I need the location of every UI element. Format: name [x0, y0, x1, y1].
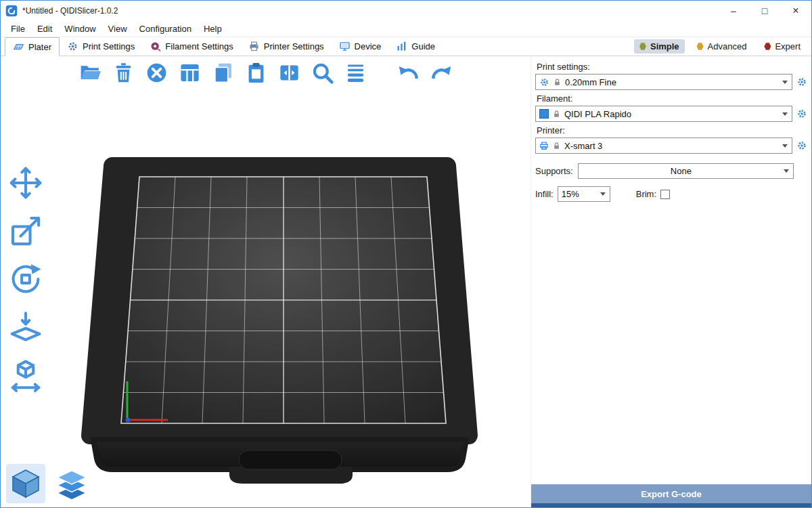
chevron-down-icon — [782, 112, 788, 116]
tab-label: Filament Settings — [165, 41, 233, 51]
printer-icon — [539, 141, 549, 150]
printer-combo[interactable]: X-smart 3 — [535, 137, 792, 154]
search-button[interactable] — [309, 59, 336, 86]
split-objects-icon — [277, 61, 301, 85]
filament-combo[interactable]: QIDI PLA Rapido — [535, 106, 792, 122]
tab-plater[interactable]: Plater — [5, 37, 60, 56]
lock-icon — [553, 78, 562, 87]
undo-button[interactable] — [394, 59, 422, 86]
redo-button[interactable] — [428, 59, 455, 86]
rotate-tool-button[interactable] — [5, 259, 47, 299]
trash-icon — [112, 61, 135, 85]
maximize-button[interactable]: □ — [749, 1, 780, 21]
mode-label: Simple — [650, 41, 679, 51]
export-strip — [531, 503, 811, 507]
printer-value: X-smart 3 — [564, 141, 779, 151]
place-on-face-tool-button[interactable] — [5, 308, 47, 347]
filament-spool-icon — [150, 41, 161, 52]
menu-view[interactable]: View — [102, 22, 133, 35]
arrange-grid-icon — [178, 61, 202, 85]
filament-value: QIDI PLA Rapido — [564, 109, 779, 119]
print-bed-3d-view[interactable] — [1, 56, 531, 507]
tab-label: Device — [355, 41, 382, 51]
tab-filament-settings[interactable]: Filament Settings — [142, 37, 240, 56]
filament-color-swatch — [539, 109, 549, 119]
paste-icon — [244, 61, 268, 85]
viewport-top-toolbar — [76, 59, 455, 86]
viewport-left-toolbar — [5, 163, 47, 395]
menu-window[interactable]: Window — [58, 22, 102, 35]
menu-help[interactable]: Help — [198, 22, 228, 35]
brim-checkbox[interactable] — [660, 190, 670, 199]
3d-editor-view-button[interactable] — [6, 464, 45, 503]
arrange-button[interactable] — [176, 59, 203, 86]
mode-label: Advanced — [708, 41, 747, 51]
infill-combo[interactable]: 15% — [558, 186, 610, 202]
paste-button[interactable] — [242, 59, 269, 86]
gear-icon — [539, 77, 549, 87]
titlebar: *Untitled - QIDISlicer-1.0.2 – □ × — [1, 1, 811, 21]
scale-tool-button[interactable] — [5, 211, 47, 251]
filament-label: Filament: — [537, 93, 809, 104]
lock-icon — [552, 110, 561, 119]
print-settings-row: 0.20mm Fine — [535, 74, 809, 90]
open-file-button[interactable] — [76, 59, 104, 86]
copy-icon — [211, 61, 235, 85]
menu-edit[interactable]: Edit — [31, 22, 58, 35]
mode-simple[interactable]: Simple — [634, 39, 685, 54]
3d-viewport[interactable] — [1, 56, 531, 507]
tab-printer-settings[interactable]: Printer Settings — [241, 37, 332, 56]
export-area: Export G-code — [531, 484, 811, 507]
menubar: File Edit Window View Configuration Help — [1, 21, 811, 37]
tab-device[interactable]: Device — [332, 37, 389, 56]
plater-icon — [13, 41, 24, 53]
measure-tool-button[interactable] — [5, 356, 47, 395]
expert-mode-dot-icon — [764, 43, 771, 50]
mode-label: Expert — [775, 41, 800, 51]
mode-expert[interactable]: Expert — [759, 39, 806, 54]
preview-layers-view-button[interactable] — [53, 467, 90, 503]
undo-icon — [397, 61, 420, 85]
tab-label: Print Settings — [83, 41, 135, 51]
gear-icon — [796, 77, 807, 87]
delete-button[interactable] — [110, 59, 137, 86]
device-monitor-icon — [339, 41, 351, 52]
split-objects-button[interactable] — [275, 59, 302, 86]
filament-gear-button[interactable] — [795, 107, 809, 121]
printer-gear-button[interactable] — [795, 139, 809, 152]
print-settings-gear-button[interactable] — [795, 75, 809, 89]
tab-guide[interactable]: Guide — [388, 37, 443, 56]
delete-all-icon — [145, 61, 168, 85]
variable-layer-height-icon — [344, 61, 367, 85]
tab-print-settings[interactable]: Print Settings — [60, 37, 142, 56]
menu-configuration[interactable]: Configuration — [133, 22, 198, 35]
minimize-button[interactable]: – — [718, 1, 749, 21]
mode-selector: Simple Advanced Expert — [634, 37, 807, 56]
brim-label: Brim: — [636, 189, 656, 199]
gear-icon — [796, 140, 807, 151]
guide-icon — [396, 41, 407, 52]
menu-file[interactable]: File — [5, 22, 31, 35]
supports-combo[interactable]: None — [578, 163, 794, 179]
print-settings-combo[interactable]: 0.20mm Fine — [535, 74, 792, 90]
delete-all-button[interactable] — [143, 59, 170, 86]
search-icon — [311, 61, 334, 85]
print-settings-value: 0.20mm Fine — [565, 77, 779, 87]
scale-icon — [8, 213, 43, 249]
simple-mode-dot-icon — [639, 43, 646, 50]
lock-icon — [552, 142, 561, 150]
mode-advanced[interactable]: Advanced — [692, 39, 752, 54]
tabbar: Plater Print Settings Filament Settings … — [1, 37, 811, 56]
move-tool-button[interactable] — [5, 163, 47, 203]
window-title: *Untitled - QIDISlicer-1.0.2 — [22, 6, 118, 16]
copy-button[interactable] — [209, 59, 236, 86]
move-icon — [8, 165, 43, 200]
supports-label: Supports: — [535, 166, 573, 176]
export-gcode-button[interactable]: Export G-code — [531, 484, 811, 503]
variable-layer-height-button[interactable] — [342, 59, 369, 86]
printer-icon — [248, 41, 260, 52]
filament-row: QIDI PLA Rapido — [535, 106, 809, 122]
bed-handle-notch — [239, 450, 342, 469]
close-button[interactable]: × — [780, 1, 811, 21]
tab-label: Printer Settings — [264, 41, 324, 51]
